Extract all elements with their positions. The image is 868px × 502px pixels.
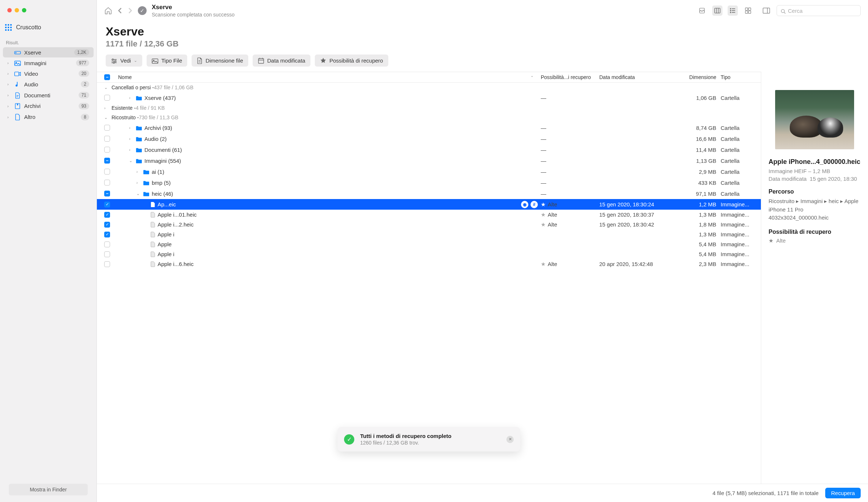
success-check-icon: ✓	[344, 434, 354, 445]
sidebar-item-archivi[interactable]: ›Archivi93	[3, 101, 94, 112]
view-list-icon[interactable]	[728, 5, 738, 16]
column-size[interactable]: Dimensione	[680, 74, 716, 80]
home-icon[interactable]	[104, 7, 112, 15]
file-icon	[150, 211, 155, 218]
svg-rect-0	[5, 24, 7, 26]
checkbox-empty[interactable]	[104, 125, 110, 131]
checkbox-empty[interactable]	[104, 147, 110, 153]
sidebar-item-xserve[interactable]: Xserve1,2K	[3, 47, 94, 57]
page-header: Xserve 1171 file / 12,36 GB	[97, 22, 868, 55]
file-row[interactable]: ✓Apple i1,3 MBImmagine...	[97, 229, 761, 239]
filter-recovery[interactable]: Possibilità di recupero	[315, 55, 388, 67]
back-button[interactable]	[117, 7, 122, 14]
sidebar-item-immagini[interactable]: ›Immagini977	[3, 58, 94, 68]
checkbox-empty[interactable]	[104, 169, 110, 175]
cell-recovery: —	[541, 191, 599, 197]
folder-row[interactable]: ›bmp (5)—433 KBCartella	[97, 177, 761, 188]
search-input[interactable]: Cerca	[777, 5, 861, 16]
cell-size: 11,4 MB	[680, 147, 716, 153]
folder-row[interactable]: ›Archivi (93)—8,74 GBCartella	[97, 122, 761, 133]
close-window[interactable]	[7, 8, 12, 12]
file-row[interactable]: Apple5,4 MBImmagine...	[97, 239, 761, 249]
checkbox-mixed[interactable]: −	[104, 191, 110, 196]
filter-type[interactable]: Tipo File	[147, 55, 187, 67]
file-name: Audio (2)	[144, 136, 541, 142]
sidebar-item-documenti[interactable]: ›Documenti71	[3, 90, 94, 101]
sidebar-item-video[interactable]: ›Video20	[3, 68, 94, 79]
sidebar-item-label: Video	[24, 71, 38, 77]
file-row[interactable]: ✓Ap...eic◉#★Alte15 gen 2020, 18:30:241,2…	[97, 199, 761, 210]
column-date[interactable]: Data modificata	[599, 74, 680, 80]
forward-button[interactable]	[128, 7, 133, 14]
checkbox-empty[interactable]	[104, 241, 110, 247]
cell-recovery: ★Alte	[541, 211, 599, 218]
checkbox-mixed[interactable]: −	[104, 158, 110, 164]
cell-type: Immagine...	[716, 221, 755, 228]
sidebar-item-audio[interactable]: ›Audio2	[3, 79, 94, 90]
cell-date: 15 gen 2020, 18:30:24	[599, 201, 680, 207]
view-icon-icon[interactable]	[697, 5, 707, 16]
star-icon: ★	[541, 261, 546, 267]
checkbox-checked[interactable]: ✓	[104, 202, 110, 207]
cell-size: 433 KB	[680, 180, 716, 186]
checkbox-empty[interactable]	[104, 251, 110, 257]
file-name: Apple i	[158, 231, 541, 237]
folder-row[interactable]: ›Audio (2)—16,6 MBCartella	[97, 133, 761, 144]
file-row[interactable]: ✓Apple i...01.heic★Alte15 gen 2020, 18:3…	[97, 210, 761, 220]
filter-size[interactable]: Dimensione file	[192, 55, 248, 67]
hex-action-icon[interactable]: #	[531, 201, 538, 208]
window-controls	[0, 8, 97, 12]
folder-row[interactable]: ›ai (1)—2,9 MBCartella	[97, 166, 761, 177]
sidebar-item-badge: 1,2K	[74, 49, 89, 56]
folder-row[interactable]: ›Xserve (437)—1,06 GBCartella	[97, 92, 761, 103]
preview-path: Ricostruito ▸ Immagini ▸ heic ▸ Apple iP…	[769, 197, 861, 222]
folder-row[interactable]: −⌄heic (46)—97,1 MBCartella	[97, 188, 761, 199]
folder-row[interactable]: −⌄Immagini (554)—1,13 GBCartella	[97, 155, 761, 166]
cell-type: Cartella	[716, 147, 755, 153]
svg-point-26	[112, 59, 114, 60]
sidebar-item-altro[interactable]: ›Altro8	[3, 112, 94, 122]
view-columns-icon[interactable]	[712, 5, 722, 16]
preview-format: Immagine HEIF – 1,2 MB	[769, 168, 861, 174]
group-header[interactable]: ⌄Cancellati o persi - 437 file / 1,06 GB	[97, 83, 761, 92]
sliders-icon	[111, 57, 117, 64]
filter-row: Vedi ⌄ Tipo File Dimensione file Data mo…	[97, 55, 868, 72]
filter-date[interactable]: Data modificata	[253, 55, 310, 67]
checkbox-checked[interactable]: ✓	[104, 212, 110, 218]
cell-type: Immagine...	[716, 231, 755, 237]
checkbox-empty[interactable]	[104, 136, 110, 142]
column-name[interactable]: Nome⌃	[118, 74, 541, 80]
view-grid-icon[interactable]	[743, 5, 753, 16]
column-type[interactable]: Tipo	[716, 74, 755, 80]
preview-action-icon[interactable]: ◉	[521, 201, 528, 208]
file-row[interactable]: Apple i5,4 MBImmagine...	[97, 249, 761, 259]
toggle-preview-panel[interactable]	[761, 5, 771, 16]
checkbox-checked[interactable]: ✓	[104, 222, 110, 228]
group-header[interactable]: ›Esistente - 4 file / 91 KB	[97, 103, 761, 113]
file-row[interactable]: Apple i...6.heic★Alte20 apr 2020, 15:42:…	[97, 259, 761, 269]
svg-rect-23	[748, 11, 751, 14]
column-recovery[interactable]: Possibilità...i recupero	[541, 74, 599, 80]
checkbox-empty[interactable]	[104, 95, 110, 101]
checkbox-checked[interactable]: ✓	[104, 232, 110, 237]
preview-thumbnail[interactable]	[775, 90, 854, 149]
svg-rect-24	[763, 8, 770, 14]
minimize-window[interactable]	[15, 8, 19, 12]
show-in-finder-button[interactable]: Mostra in Finder	[9, 484, 88, 495]
svg-point-27	[115, 60, 116, 62]
cell-type: Immagine...	[716, 241, 755, 247]
checkbox-empty[interactable]	[104, 261, 110, 267]
recover-button[interactable]: Recupera	[825, 488, 861, 498]
dashboard-button[interactable]: Cruscotto	[0, 21, 97, 33]
toast-close-button[interactable]: ✕	[506, 436, 514, 443]
select-all-checkbox[interactable]: −	[104, 74, 110, 80]
filter-view[interactable]: Vedi ⌄	[106, 55, 142, 67]
file-row[interactable]: ✓Apple i...2.heic★Alte15 gen 2020, 18:30…	[97, 220, 761, 229]
checkbox-empty[interactable]	[104, 180, 110, 186]
folder-row[interactable]: ›Documenti (61)—11,4 MBCartella	[97, 144, 761, 155]
cell-recovery: —	[541, 125, 599, 131]
group-header[interactable]: ⌄Ricostruito - 730 file / 11,3 GB	[97, 113, 761, 122]
chevron-right-icon: ›	[7, 82, 11, 86]
search-placeholder: Cerca	[788, 8, 803, 14]
maximize-window[interactable]	[22, 8, 26, 12]
